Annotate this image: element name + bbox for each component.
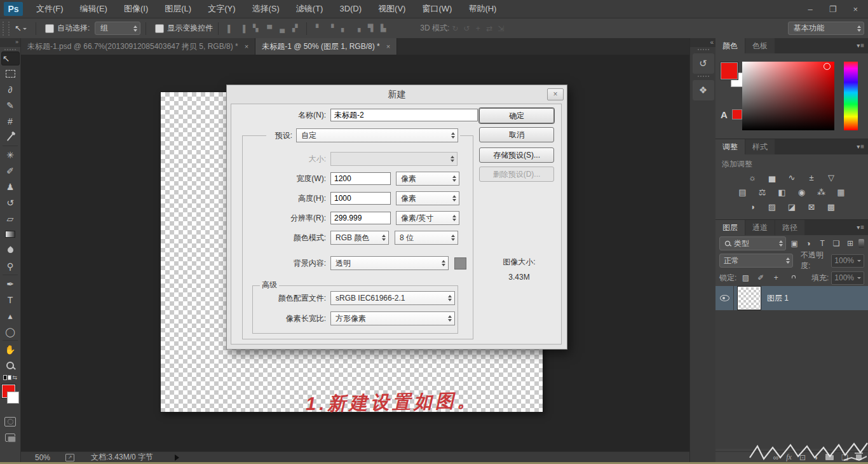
menu-view[interactable]: 视图(V) <box>370 0 414 18</box>
background-dropdown[interactable]: 透明 <box>330 256 449 270</box>
eraser-tool[interactable]: ▱ <box>1 210 19 226</box>
show-transform-checkbox[interactable] <box>155 24 164 33</box>
lock-position-icon[interactable]: + <box>770 273 782 282</box>
filter-pixel-layers-icon[interactable]: ▣ <box>789 239 800 248</box>
distribute-v-center-icon[interactable]: ▝ <box>325 24 337 32</box>
spot-healing-brush-tool[interactable]: ✳ <box>1 147 19 163</box>
menu-select[interactable]: 选择(S) <box>243 0 287 18</box>
panel-menu-icon[interactable]: ▾≡ <box>857 224 865 231</box>
align-bottom-icon[interactable]: ▞ <box>288 24 301 32</box>
link-layers-icon[interactable]: ∞ <box>773 453 779 462</box>
layers-empty-area[interactable] <box>715 310 868 449</box>
opacity-value-box[interactable]: 100% <box>831 254 864 268</box>
background-color-swatch[interactable] <box>7 392 19 404</box>
rectangular-marquee-tool[interactable] <box>1 65 19 81</box>
tab-layers[interactable]: 图层 <box>715 220 745 235</box>
type-tool[interactable]: T <box>1 292 19 308</box>
width-input[interactable] <box>330 172 391 185</box>
filter-shape-layers-icon[interactable]: ❏ <box>831 239 842 248</box>
pen-tool[interactable]: ✒ <box>1 276 19 292</box>
workspace-switcher[interactable]: 基本功能 <box>788 22 864 35</box>
ok-button[interactable]: 确定 <box>479 108 554 123</box>
crop-tool[interactable]: # <box>1 113 19 129</box>
menu-type[interactable]: 文字(Y) <box>200 0 243 18</box>
channel-mixer-icon[interactable]: ⁂ <box>815 187 829 198</box>
menu-filter[interactable]: 滤镜(T) <box>288 0 332 18</box>
scale-3d-icon[interactable]: ⇲ <box>495 24 506 33</box>
layer-row-selected[interactable]: 图层 1 <box>715 286 868 310</box>
lock-transparent-pixels-icon[interactable]: ▨ <box>739 273 752 282</box>
minimize-button[interactable]: – <box>808 4 813 14</box>
default-swatches-icon[interactable]: ⇆ <box>3 374 17 381</box>
status-options-arrow-icon[interactable] <box>175 454 182 461</box>
path-selection-tool[interactable]: ▴ <box>1 308 19 324</box>
quick-mask-button[interactable] <box>4 417 16 426</box>
pixel-aspect-dropdown[interactable]: 方形像素 <box>330 311 455 325</box>
document-info-label[interactable]: 文档:3.43M/0 字节 <box>91 452 153 463</box>
tab-color[interactable]: 颜色 <box>715 38 745 53</box>
zoom-level-value[interactable]: 50% <box>35 453 50 462</box>
height-input[interactable] <box>330 192 391 205</box>
gradient-tool[interactable] <box>1 226 19 242</box>
menu-image[interactable]: 图像(I) <box>116 0 156 18</box>
clone-stamp-tool[interactable]: ♟ <box>1 179 19 194</box>
toolbar-grip[interactable] <box>4 49 16 50</box>
width-unit-dropdown[interactable]: 像素 <box>396 172 459 186</box>
color-balance-icon[interactable]: ⚖ <box>756 187 770 198</box>
align-v-center-icon[interactable]: ▄ <box>276 25 288 32</box>
document-tab-2[interactable]: 未标题-1 @ 50% (图层 1, RGB/8) * × <box>255 38 397 55</box>
align-h-center-icon[interactable]: ▐ <box>236 25 249 32</box>
filter-smart-objects-icon[interactable]: ⊞ <box>844 239 856 248</box>
threshold-icon[interactable]: ◪ <box>785 201 799 212</box>
saturation-brightness-picker[interactable] <box>742 62 834 130</box>
close-button[interactable]: × <box>853 4 858 14</box>
menu-layer[interactable]: 图层(L) <box>156 0 200 18</box>
panel-menu-icon[interactable]: ▾≡ <box>857 143 865 150</box>
distribute-bottom-icon[interactable]: ▖ <box>337 24 350 32</box>
filter-toggle-icon[interactable] <box>858 239 864 248</box>
move-tool[interactable]: ↖ <box>1 51 20 65</box>
hue-saturation-icon[interactable]: ▤ <box>736 187 750 198</box>
slide-3d-icon[interactable]: ⇄ <box>484 24 495 33</box>
tab-adjustments[interactable]: 调整 <box>715 139 745 154</box>
resolution-unit-dropdown[interactable]: 像素/英寸 <box>396 211 459 225</box>
history-panel-button[interactable]: ↺ <box>693 53 714 74</box>
photo-filter-icon[interactable]: ◉ <box>795 187 809 198</box>
lock-image-pixels-icon[interactable]: ✐ <box>754 273 767 282</box>
menu-window[interactable]: 窗口(W) <box>414 0 460 18</box>
tab-swatches[interactable]: 色板 <box>745 38 775 53</box>
eyedropper-tool[interactable] <box>1 129 19 145</box>
options-bar-grip[interactable] <box>3 22 10 36</box>
color-mode-dropdown[interactable]: RGB 颜色 <box>330 231 389 245</box>
vibrance-icon[interactable]: ▽ <box>824 172 838 183</box>
dialog-close-button[interactable]: × <box>547 88 564 100</box>
type-color-swatch[interactable] <box>732 109 742 119</box>
fill-value-box[interactable]: 100% <box>831 271 864 285</box>
roll-3d-icon[interactable]: ↺ <box>461 24 472 33</box>
restore-button[interactable]: ❐ <box>829 4 837 14</box>
panel-menu-icon[interactable]: ▾≡ <box>857 42 865 49</box>
auto-select-checkbox[interactable] <box>45 24 54 33</box>
align-top-icon[interactable]: ▀ <box>263 25 276 32</box>
menu-file[interactable]: 文件(F) <box>28 0 72 18</box>
quick-selection-tool[interactable]: ✎ <box>1 97 19 113</box>
save-preset-button[interactable]: 存储预设(S)... <box>479 147 554 163</box>
blend-mode-dropdown[interactable]: 正常 <box>719 254 793 268</box>
layer-name[interactable]: 图层 1 <box>767 293 789 304</box>
dock-expand-icon[interactable]: « <box>690 38 716 47</box>
document-tab-1[interactable]: 未标题-1.psd @ 66.7%(20130912085403647 拷贝 5… <box>21 38 255 55</box>
filter-type-layers-icon[interactable]: T <box>817 239 828 248</box>
name-input[interactable] <box>330 109 478 121</box>
tab-close-icon[interactable]: × <box>386 43 390 50</box>
menu-help[interactable]: 帮助(H) <box>460 0 505 18</box>
hand-tool[interactable]: ✋ <box>1 341 19 357</box>
levels-icon[interactable]: ▅ <box>765 172 779 183</box>
rotate-3d-icon[interactable]: ↻ <box>449 24 461 33</box>
dodge-tool[interactable]: ⚲ <box>1 258 19 274</box>
bit-depth-dropdown[interactable]: 8 位 <box>395 231 458 245</box>
curves-icon[interactable]: ∿ <box>785 172 799 183</box>
tool-preset-dropdown-icon[interactable] <box>23 28 27 32</box>
invert-icon[interactable]: ◑ <box>745 201 759 212</box>
ellipse-tool[interactable]: ◯ <box>1 324 19 339</box>
canvas-area[interactable]: 1.新建设置如图。 新建 × 名称(N): 预设: 自定 大小: <box>21 55 689 451</box>
